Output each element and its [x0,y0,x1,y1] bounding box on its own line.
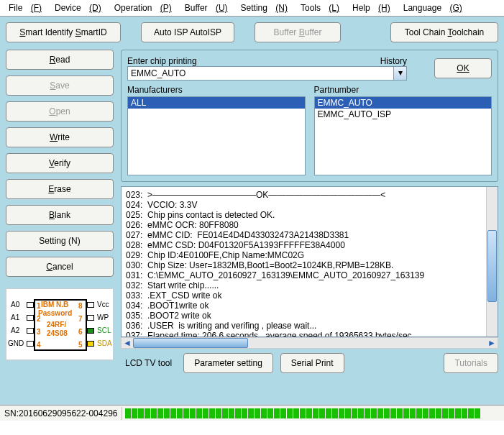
progress-bar [122,407,504,420]
buffer-button[interactable]: Buffer Buffer [255,22,341,42]
menu-setting[interactable]: Setting (N) [235,1,293,14]
blank-button[interactable]: Blank [6,205,114,225]
toolchain-button[interactable]: Tool Chain Toolchain [390,22,498,42]
write-button[interactable]: Write [6,127,114,147]
menu-language[interactable]: Language (G) [398,1,468,14]
log-vscrollbar[interactable] [486,187,498,336]
statusbar: SN:20160629095622-004296 [0,405,504,421]
chip-input[interactable] [127,66,394,81]
menu-device[interactable]: Device (D) [49,1,107,14]
manufacturers-list[interactable]: ALL [127,96,306,175]
chip-dropdown-icon[interactable]: ▾ [394,66,407,81]
partnumber-list[interactable]: EMMC_AUTO EMMC_AUTO_ISP [314,96,492,175]
setting-button[interactable]: Setting (N) [6,231,114,251]
auto-isp-button[interactable]: Auto ISP AutoISP [141,22,234,42]
workarea: SSmart Identify SmartIDmart Identify Sma… [0,17,504,405]
list-item[interactable]: EMMC_AUTO_ISP [315,109,492,120]
tutorials-button[interactable]: Tutorials [444,353,498,373]
enter-chip-label: Enter chip printing [127,56,197,66]
scroll-right-icon[interactable]: ► [486,338,498,348]
parameter-setting-button[interactable]: Parameter setting [183,353,273,373]
cancel-button[interactable]: Cancel [6,257,114,277]
read-button[interactable]: Read [6,50,114,70]
serial-number: SN:20160629095622-004296 [0,407,122,420]
verify-button[interactable]: Verify [6,153,114,173]
log-hscrollbar[interactable]: ◄ ► [121,337,498,349]
erase-button[interactable]: Erase [6,179,114,199]
ok-button[interactable]: OK [434,58,492,78]
scroll-left-icon[interactable]: ◄ [122,338,133,348]
smart-identify-button[interactable]: SSmart Identify SmartIDmart Identify Sma… [6,22,121,42]
log-panel: 023: >————————————OK—————————————< 024: … [121,186,498,337]
list-item[interactable]: EMMC_AUTO [315,97,492,109]
chip-diagram: IBM N.B Password 24RF/ 24S08 A01 A12 A23… [6,288,114,360]
menubar: File (F) Device (D) Operation (P) Buffer… [0,0,504,17]
serial-print-button[interactable]: Serial Print [280,353,344,373]
partnumber-label: Partnumber [314,85,492,95]
menu-help[interactable]: Help (H) [347,1,396,14]
open-button[interactable]: Open [6,101,114,122]
save-button[interactable]: Save [6,75,114,96]
menu-operation[interactable]: Operation (P) [109,1,178,14]
menu-buffer[interactable]: Buffer (U) [179,1,234,14]
manufacturers-label: Manufacturers [127,85,306,95]
log-text[interactable]: 023: >————————————OK—————————————< 024: … [122,187,486,336]
menu-file[interactable]: File (F) [3,1,47,14]
left-sidebar: Read Save Open Write Verify Erase Blank … [6,50,114,373]
chip-select-group: Enter chip printing History ▾ OK Manufac… [121,50,498,182]
lcd-tv-tool-label: LCD TV tool [121,357,176,370]
history-label: History [380,56,407,66]
list-item[interactable]: ALL [128,97,305,109]
menu-tools[interactable]: Tools (L) [295,1,345,14]
